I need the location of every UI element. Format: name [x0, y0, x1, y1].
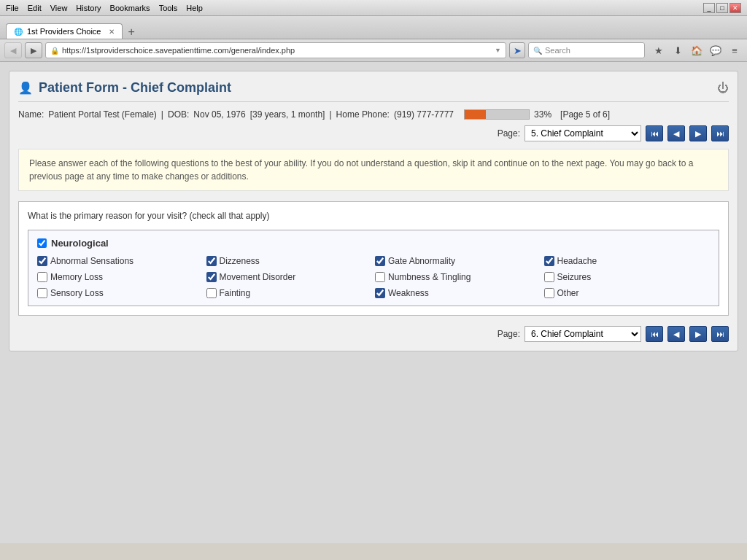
other-label: Other — [557, 288, 579, 298]
top-page-label: Page: — [498, 128, 520, 139]
form-title-area: 👤 Patient Form - Chief Complaint — [18, 80, 231, 96]
progress-bar-background — [464, 109, 530, 120]
minimize-button[interactable]: _ — [703, 3, 715, 13]
page-info: [Page 5 of 6] — [560, 109, 610, 120]
gate-abnormality-checkbox[interactable] — [375, 256, 385, 266]
power-icon[interactable]: ⏻ — [717, 82, 729, 95]
tab-close-button[interactable]: ✕ — [109, 28, 115, 36]
neurological-group: Neurological Abnormal Sensations Dizzene… — [28, 230, 719, 306]
menu-bookmarks[interactable]: Bookmarks — [110, 4, 150, 12]
gate-abnormality-label: Gate Abnormality — [388, 256, 455, 266]
form-header: 👤 Patient Form - Chief Complaint ⏻ — [18, 80, 729, 102]
nav-next-button[interactable]: ▶ — [689, 125, 707, 141]
menu-file[interactable]: File — [6, 4, 19, 12]
window-controls[interactable]: _ □ ✕ — [703, 3, 741, 13]
weakness-checkbox[interactable] — [375, 288, 385, 298]
neurological-checkbox[interactable] — [37, 238, 47, 248]
seizures-checkbox[interactable] — [544, 272, 554, 282]
dizzeness-label: Dizzeness — [220, 256, 260, 266]
top-page-nav: Page: 1. Demographics 2. Insurance 3. Hi… — [18, 125, 729, 141]
abnormal-sensations-label: Abnormal Sensations — [50, 256, 133, 266]
download-icon[interactable]: ⬇ — [670, 42, 686, 58]
tab-favicon: 🌐 — [14, 28, 23, 36]
nav-first-button[interactable]: ⏮ — [646, 125, 663, 141]
bottom-nav-next-button[interactable]: ▶ — [689, 326, 707, 342]
abnormal-sensations-checkbox[interactable] — [37, 256, 47, 266]
form-section: What is the primary reason for your visi… — [18, 201, 729, 316]
section-title: What is the primary reason for your visi… — [28, 211, 719, 221]
new-tab-button[interactable]: + — [125, 26, 138, 39]
numbness-tingling-checkbox[interactable] — [375, 272, 385, 282]
group-header: Neurological — [37, 238, 710, 249]
bookmark-icon[interactable]: ★ — [651, 42, 667, 58]
headache-label: Headache — [557, 256, 597, 266]
bottom-page-label: Page: — [498, 329, 520, 339]
browser-titlebar: File Edit View History Bookmarks Tools H… — [0, 0, 747, 16]
progress-percent: 33% — [534, 109, 551, 120]
neurological-label: Neurological — [51, 238, 109, 249]
weakness-label: Weakness — [388, 288, 429, 298]
back-button[interactable]: ◀ — [4, 42, 22, 58]
bottom-nav-prev-button[interactable]: ◀ — [667, 326, 685, 342]
menu-edit[interactable]: Edit — [28, 4, 42, 12]
separator2: | — [329, 109, 331, 120]
nav-last-button[interactable]: ⏭ — [711, 125, 729, 141]
menu-tools[interactable]: Tools — [159, 4, 178, 12]
menu-history[interactable]: History — [76, 4, 101, 12]
sensory-loss-checkbox[interactable] — [37, 288, 47, 298]
list-item: Headache — [544, 256, 711, 266]
go-button[interactable]: ➤ — [509, 42, 525, 58]
search-box[interactable]: 🔍 Search — [528, 42, 645, 58]
list-item: Sensory Loss — [37, 288, 204, 298]
dob-value: Nov 05, 1976 — [193, 109, 245, 120]
other-checkbox[interactable] — [544, 288, 554, 298]
numbness-tingling-label: Numbness & Tingling — [388, 272, 471, 282]
browser-menu[interactable]: File Edit View History Bookmarks Tools H… — [6, 4, 203, 12]
dizzeness-checkbox[interactable] — [206, 256, 217, 266]
movement-disorder-checkbox[interactable] — [206, 272, 217, 282]
name-label: Name: — [18, 109, 44, 120]
bottom-nav-first-button[interactable]: ⏮ — [646, 326, 663, 342]
memory-loss-label: Memory Loss — [50, 272, 103, 282]
patient-info: Name: Patient Portal Test (Female) | DOB… — [18, 109, 729, 120]
toolbar-icons: ★ ⬇ 🏠 💬 ≡ — [651, 42, 743, 58]
menu-help[interactable]: Help — [186, 4, 203, 12]
form-title: Patient Form - Chief Complaint — [39, 80, 231, 96]
seizures-label: Seizures — [557, 272, 592, 282]
home-icon[interactable]: 🏠 — [689, 42, 705, 58]
list-item: Movement Disorder — [206, 272, 373, 282]
close-button[interactable]: ✕ — [729, 3, 741, 13]
maximize-button[interactable]: □ — [716, 3, 728, 13]
forward-button[interactable]: ▶ — [25, 42, 42, 58]
lock-icon: 🔒 — [50, 47, 59, 55]
nav-prev-button[interactable]: ◀ — [667, 125, 685, 141]
menu-icon[interactable]: ≡ — [727, 42, 743, 58]
url-dropdown-icon[interactable]: ▼ — [495, 47, 501, 54]
menu-view[interactable]: View — [50, 4, 68, 12]
chat-icon[interactable]: 💬 — [708, 42, 724, 58]
list-item: Other — [544, 288, 711, 298]
top-page-select[interactable]: 1. Demographics 2. Insurance 3. History … — [525, 125, 641, 141]
list-item: Memory Loss — [37, 272, 204, 282]
patient-icon: 👤 — [18, 81, 33, 95]
bottom-nav-last-button[interactable]: ⏭ — [711, 326, 729, 342]
tab-label: 1st Providers Choice — [27, 27, 101, 36]
address-bar: ◀ ▶ 🔒 https://1stproviderschoice.savepat… — [0, 39, 747, 62]
browser-tab[interactable]: 🌐 1st Providers Choice ✕ — [6, 23, 123, 39]
memory-loss-checkbox[interactable] — [37, 272, 47, 282]
headache-checkbox[interactable] — [544, 256, 554, 266]
list-item: Weakness — [375, 288, 541, 298]
phone-value: (919) 777-7777 — [394, 109, 454, 120]
phone-label: Home Phone: — [336, 109, 390, 120]
list-item: Abnormal Sensations — [37, 256, 204, 266]
bottom-page-select[interactable]: 1. Demographics 2. Insurance 3. History … — [525, 326, 641, 342]
search-icon: 🔍 — [533, 47, 542, 55]
list-item: Fainting — [206, 288, 373, 298]
url-bar[interactable]: 🔒 https://1stproviderschoice.savepatient… — [45, 42, 506, 58]
progress-bar-fill — [465, 110, 486, 119]
list-item: Numbness & Tingling — [375, 272, 541, 282]
fainting-checkbox[interactable] — [206, 288, 217, 298]
url-text: https://1stproviderschoice.savepatientti… — [62, 46, 495, 55]
name-value: Patient Portal Test (Female) — [48, 109, 157, 120]
age-value: [39 years, 1 month] — [250, 109, 325, 120]
